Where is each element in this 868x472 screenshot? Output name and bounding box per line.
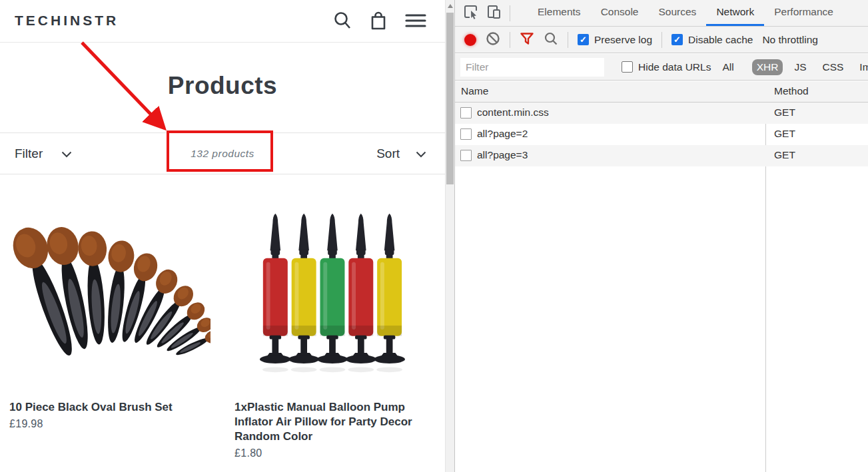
filter-type-img[interactable]: Im xyxy=(855,59,868,75)
store-pane: TECHINSTR Products Filter xyxy=(0,0,445,472)
file-icon xyxy=(460,128,472,140)
product-card[interactable]: 10 Piece Black Oval Brush Set £19.98 xyxy=(9,193,211,430)
scrollbar-up-arrow-icon[interactable] xyxy=(446,0,455,11)
clear-icon[interactable] xyxy=(486,31,500,49)
toggle-device-toolbar-icon[interactable] xyxy=(486,4,502,22)
request-name[interactable]: all?page=3 xyxy=(477,149,528,161)
cart-icon[interactable] xyxy=(369,11,388,31)
filter-type-xhr[interactable]: XHR xyxy=(752,59,783,75)
request-name[interactable]: all?page=2 xyxy=(477,128,528,140)
divider xyxy=(510,5,510,21)
product-title[interactable]: 10 Piece Black Oval Brush Set xyxy=(9,400,211,415)
devtools-tabbar: Elements Console Sources Network Perform… xyxy=(455,0,868,27)
sort-label: Sort xyxy=(376,146,400,161)
product-image-balloon-pumps[interactable] xyxy=(234,193,429,389)
scrollbar-thumb[interactable] xyxy=(446,13,454,184)
filter-type-all[interactable]: All xyxy=(717,59,738,75)
product-image-brush-set[interactable] xyxy=(9,193,211,389)
throttling-dropdown[interactable]: No throttling xyxy=(762,34,818,46)
table-row[interactable]: all?page=2 GET xyxy=(455,124,868,145)
tab-console[interactable]: Console xyxy=(591,0,649,26)
inspect-element-icon[interactable] xyxy=(463,4,478,22)
request-method: GET xyxy=(774,128,795,140)
search-icon[interactable] xyxy=(333,11,352,31)
column-header-method[interactable]: Method xyxy=(774,85,809,97)
devtools-tabs: Elements Console Sources Network Perform… xyxy=(528,0,843,26)
filter-type-js[interactable]: JS xyxy=(789,59,811,75)
network-search-icon[interactable] xyxy=(544,31,558,49)
devtools-pane: Elements Console Sources Network Perform… xyxy=(454,0,868,472)
checkbox-checked-icon[interactable]: ✓ xyxy=(578,34,589,45)
file-icon xyxy=(460,107,472,118)
request-method: GET xyxy=(774,149,795,161)
network-filter-input[interactable] xyxy=(460,58,604,77)
divider xyxy=(568,32,568,48)
tab-elements[interactable]: Elements xyxy=(528,0,591,26)
product-title[interactable]: 1xPlastic Manual Balloon Pump Inflator A… xyxy=(234,400,429,444)
divider xyxy=(661,32,662,48)
store-header: TECHINSTR xyxy=(0,0,445,43)
header-icons xyxy=(333,11,426,31)
file-icon xyxy=(460,150,472,161)
filter-funnel-icon[interactable] xyxy=(520,31,534,49)
request-name[interactable]: content.min.css xyxy=(477,107,549,118)
table-row[interactable]: content.min.css GET xyxy=(455,103,868,124)
table-header: Name Method xyxy=(455,81,868,103)
store-logo[interactable]: TECHINSTR xyxy=(15,13,119,29)
preserve-log-label: Preserve log xyxy=(594,34,652,46)
table-row[interactable]: all?page=3 GET xyxy=(455,145,868,166)
page-scrollbar[interactable] xyxy=(445,0,454,472)
network-toolbar: ✓ Preserve log ✓ Disable cache No thrott… xyxy=(455,27,868,53)
network-filter-row: Hide data URLs All XHR JS CSS Im xyxy=(455,54,868,81)
tab-performance[interactable]: Performance xyxy=(764,0,843,26)
devtools-tool-icons xyxy=(455,0,517,26)
disable-cache-toggle[interactable]: ✓ Disable cache xyxy=(671,34,753,46)
divider xyxy=(510,32,510,48)
chevron-down-icon xyxy=(416,146,426,161)
filter-bar: Filter 132 products Sort xyxy=(0,132,445,174)
product-price: £1.80 xyxy=(234,447,429,459)
filter-type-css[interactable]: CSS xyxy=(817,59,848,75)
page-title: Products xyxy=(0,72,445,100)
request-method: GET xyxy=(774,107,795,118)
tab-sources[interactable]: Sources xyxy=(649,0,707,26)
hide-data-urls-label: Hide data URLs xyxy=(638,61,711,73)
network-request-table: Name Method content.min.css GET all?page… xyxy=(455,81,868,472)
product-card[interactable]: 1xPlastic Manual Balloon Pump Inflator A… xyxy=(234,193,429,459)
record-button[interactable] xyxy=(464,34,476,46)
product-price: £19.98 xyxy=(9,418,211,430)
sort-dropdown[interactable]: Sort xyxy=(376,146,426,161)
preserve-log-toggle[interactable]: ✓ Preserve log xyxy=(578,34,652,46)
hide-data-urls-toggle[interactable]: Hide data URLs xyxy=(622,61,711,73)
tab-network[interactable]: Network xyxy=(706,0,764,26)
disable-cache-label: Disable cache xyxy=(688,34,753,46)
checkbox-checked-icon[interactable]: ✓ xyxy=(671,34,683,45)
menu-icon[interactable] xyxy=(405,11,426,31)
screen: TECHINSTR Products Filter xyxy=(0,0,868,472)
checkbox-unchecked-icon[interactable] xyxy=(622,61,633,73)
column-header-name[interactable]: Name xyxy=(461,85,488,97)
